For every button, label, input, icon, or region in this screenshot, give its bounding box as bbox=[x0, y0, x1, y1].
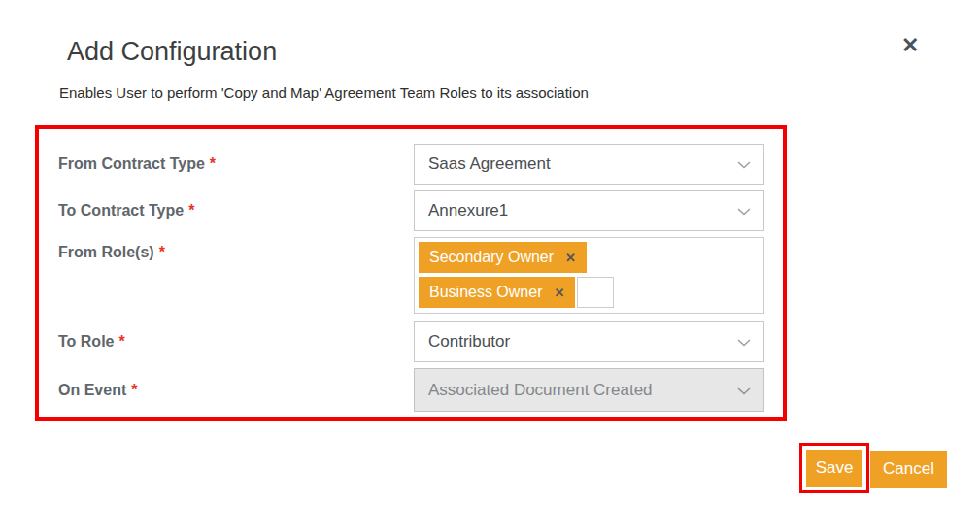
tag-row: Business Owner ✕ bbox=[419, 277, 760, 308]
from-contract-type-select[interactable]: Saas Agreement bbox=[414, 144, 764, 185]
configuration-form: From Contract Type* Saas Agreement To Co… bbox=[39, 129, 783, 418]
form-row-from-contract-type: From Contract Type* Saas Agreement bbox=[58, 144, 764, 185]
close-icon[interactable]: ✕ bbox=[901, 35, 919, 56]
tag-label: Business Owner bbox=[429, 284, 543, 301]
dialog-subtitle: Enables User to perform 'Copy and Map' A… bbox=[59, 84, 589, 101]
dialog-footer: Save Cancel bbox=[799, 443, 947, 493]
chevron-down-icon bbox=[737, 208, 751, 216]
remove-tag-icon[interactable]: ✕ bbox=[565, 251, 576, 265]
from-roles-multiselect[interactable]: Secondary Owner ✕ Business Owner ✕ bbox=[414, 237, 764, 314]
selected-role-tag: Business Owner ✕ bbox=[419, 277, 575, 308]
field-label-from-contract-type: From Contract Type* bbox=[58, 155, 414, 173]
form-row-to-role: To Role* Contributor bbox=[58, 321, 764, 362]
field-label-text: From Role(s) bbox=[58, 244, 154, 260]
to-contract-type-select[interactable]: Annexure1 bbox=[414, 190, 764, 231]
required-asterisk: * bbox=[131, 382, 137, 398]
required-asterisk: * bbox=[118, 333, 124, 350]
required-asterisk: * bbox=[210, 155, 216, 172]
form-row-on-event: On Event* Associated Document Created bbox=[58, 368, 764, 412]
selected-value: Associated Document Created bbox=[428, 381, 653, 400]
selected-value: Saas Agreement bbox=[428, 154, 551, 174]
required-asterisk: * bbox=[188, 202, 194, 219]
remove-tag-icon[interactable]: ✕ bbox=[555, 286, 565, 300]
field-label-text: From Contract Type bbox=[58, 155, 205, 172]
multiselect-text-input[interactable] bbox=[577, 277, 614, 308]
selected-role-tag: Secondary Owner ✕ bbox=[419, 242, 587, 273]
field-label-text: On Event bbox=[58, 382, 126, 398]
selected-value: Annexure1 bbox=[428, 201, 508, 220]
chevron-down-icon bbox=[737, 387, 751, 395]
form-row-to-contract-type: To Contract Type* Annexure1 bbox=[58, 190, 764, 231]
selected-value: Contributor bbox=[428, 332, 510, 352]
chevron-down-icon bbox=[737, 161, 751, 169]
dialog-title: Add Configuration bbox=[67, 37, 277, 67]
field-label-to-contract-type: To Contract Type* bbox=[58, 202, 414, 219]
on-event-select-disabled: Associated Document Created bbox=[414, 368, 764, 412]
cancel-button[interactable]: Cancel bbox=[870, 451, 947, 488]
tag-label: Secondary Owner bbox=[429, 249, 554, 266]
required-asterisk: * bbox=[159, 244, 165, 260]
to-role-select[interactable]: Contributor bbox=[414, 321, 764, 362]
tag-row: Secondary Owner ✕ bbox=[419, 242, 760, 273]
form-row-from-roles: From Role(s)* Secondary Owner ✕ Business… bbox=[58, 237, 764, 314]
save-button[interactable]: Save bbox=[806, 450, 862, 487]
field-label-text: To Role bbox=[58, 333, 114, 350]
field-label-to-role: To Role* bbox=[58, 333, 414, 351]
field-label-from-roles: From Role(s)* bbox=[58, 237, 414, 261]
save-highlight-box: Save bbox=[799, 443, 869, 493]
field-label-on-event: On Event* bbox=[58, 382, 414, 399]
field-label-text: To Contract Type bbox=[58, 202, 184, 219]
chevron-down-icon bbox=[737, 339, 751, 347]
